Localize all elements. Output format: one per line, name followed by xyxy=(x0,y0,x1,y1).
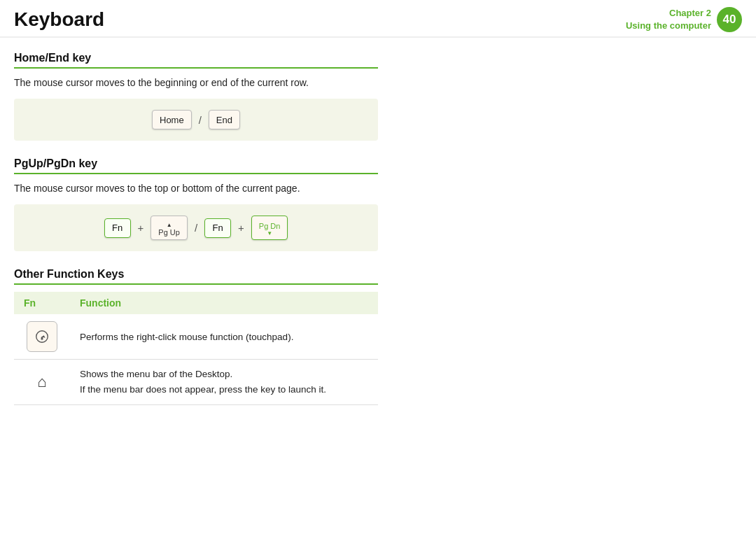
fn-table-desc-2: Shows the menu bar of the Desktop. If th… xyxy=(70,360,378,404)
house-icon: ⌂ xyxy=(37,373,46,390)
fn-table: Fn Function xyxy=(14,292,378,404)
fn-table-icon-cell-2: ⌂ xyxy=(14,360,70,404)
end-key: End xyxy=(209,110,240,129)
home-end-key-demo: Home / End xyxy=(14,99,378,141)
section-other-fn-heading: Other Function Keys xyxy=(14,268,378,285)
plus-2: + xyxy=(238,222,244,234)
chapter-sub: Using the computer xyxy=(626,20,711,31)
section-pgup-pgdn-heading: PgUp/PgDn key xyxy=(14,157,378,174)
plus-1: + xyxy=(138,222,144,234)
section-home-end-heading: Home/End key xyxy=(14,52,378,69)
main-content: Home/End key The mouse cursor moves to t… xyxy=(0,38,392,435)
touchpad-key-icon xyxy=(27,321,57,352)
fn-table-desc-2-line1: Shows the menu bar of the Desktop. xyxy=(80,369,232,379)
table-row: Performs the right-click mouse function … xyxy=(14,314,378,360)
section-pgup-pgdn: PgUp/PgDn key The mouse cursor moves to … xyxy=(14,157,378,251)
section-home-end-desc: The mouse cursor moves to the beginning … xyxy=(14,76,378,90)
header-right: Chapter 2 Using the computer 40 xyxy=(626,7,742,32)
pgup-key: ▲ Pg Up xyxy=(150,216,188,240)
touchpad-icon xyxy=(34,329,50,344)
page-header: Keyboard Chapter 2 Using the computer 40 xyxy=(0,0,756,38)
fn-key-2: Fn xyxy=(204,218,231,238)
fn-key-1: Fn xyxy=(104,218,131,238)
pgup-pgdn-key-demo: Fn + ▲ Pg Up / Fn + Pg Dn ▼ xyxy=(14,204,378,251)
page-number-badge: 40 xyxy=(717,7,742,32)
section-pgup-pgdn-desc: The mouse cursor moves to the top or bot… xyxy=(14,181,378,196)
separator-2: / xyxy=(195,222,197,234)
section-home-end: Home/End key The mouse cursor moves to t… xyxy=(14,52,378,141)
home-key: Home xyxy=(152,110,192,129)
fn-table-col-fn: Fn xyxy=(14,292,70,314)
page-title: Keyboard xyxy=(14,8,104,31)
section-other-fn: Other Function Keys Fn Function xyxy=(14,268,378,404)
pgdn-key: Pg Dn ▼ xyxy=(251,216,288,240)
fn-table-desc-1: Performs the right-click mouse function … xyxy=(70,314,378,360)
table-row: ⌂ Shows the menu bar of the Desktop. If … xyxy=(14,360,378,404)
fn-table-header-row: Fn Function xyxy=(14,292,378,314)
fn-table-icon-cell-1 xyxy=(14,314,70,360)
fn-table-col-function: Function xyxy=(70,292,378,314)
chapter-label: Chapter 2 xyxy=(669,8,711,18)
separator-1: / xyxy=(199,114,202,126)
chapter-info: Chapter 2 Using the computer xyxy=(626,7,711,32)
fn-table-desc-2-line2: If the menu bar does not appear, press t… xyxy=(80,384,326,395)
